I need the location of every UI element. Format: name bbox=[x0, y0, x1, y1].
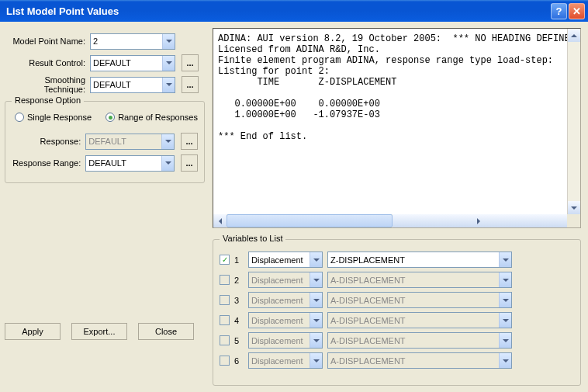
chevron-down-icon bbox=[499, 293, 511, 307]
chevron-down-icon[interactable] bbox=[162, 78, 175, 92]
chevron-down-icon bbox=[310, 272, 322, 287]
variable-name-combo: A-DISPLACEMENT bbox=[327, 352, 512, 369]
radio-icon bbox=[15, 113, 24, 122]
chevron-down-icon[interactable] bbox=[499, 252, 511, 267]
close-window-button[interactable]: ✕ bbox=[569, 3, 585, 19]
variable-index: 3 bbox=[234, 296, 244, 305]
variable-row: 5DisplacementA-DISPLACEMENT bbox=[220, 332, 574, 349]
scroll-right-icon[interactable] bbox=[393, 214, 566, 227]
response-label: Response: bbox=[12, 137, 85, 146]
model-point-name-combo[interactable]: 2 bbox=[90, 33, 175, 50]
response-range-label: Response Range: bbox=[12, 158, 85, 168]
response-browse-button[interactable]: ... bbox=[181, 133, 198, 150]
title-bar: List Model Point Values ? ✕ bbox=[0, 0, 588, 22]
model-point-name-label: Model Point Name: bbox=[5, 36, 90, 46]
variable-category-combo: Displacement bbox=[248, 332, 323, 349]
variable-name-combo: A-DISPLACEMENT bbox=[327, 272, 512, 288]
close-button[interactable]: Close bbox=[138, 323, 194, 340]
variable-row: 2DisplacementA-DISPLACEMENT bbox=[220, 272, 574, 288]
variable-index: 6 bbox=[234, 356, 244, 366]
scroll-down-icon[interactable] bbox=[568, 201, 580, 214]
variables-to-list-legend: Variables to List bbox=[220, 234, 285, 243]
chevron-down-icon bbox=[310, 333, 322, 348]
scroll-up-icon[interactable] bbox=[568, 29, 580, 42]
chevron-down-icon[interactable] bbox=[310, 252, 322, 267]
chevron-down-icon[interactable] bbox=[162, 56, 175, 71]
result-control-browse-button[interactable]: ... bbox=[182, 54, 199, 71]
chevron-down-icon bbox=[310, 353, 322, 368]
variable-name-combo[interactable]: Z-DISPLACEMENT bbox=[327, 252, 512, 268]
export-button[interactable]: Export... bbox=[71, 323, 127, 340]
variable-row: 6DisplacementA-DISPLACEMENT bbox=[220, 352, 574, 369]
chevron-down-icon bbox=[310, 313, 322, 328]
variable-name-combo: A-DISPLACEMENT bbox=[327, 292, 512, 308]
variable-checkbox[interactable] bbox=[220, 356, 230, 366]
window-title: List Model Point Values bbox=[6, 5, 549, 17]
single-response-radio[interactable]: Single Response bbox=[15, 113, 92, 122]
variable-category-combo: Displacement bbox=[248, 312, 323, 328]
smoothing-technique-combo[interactable]: DEFAULT bbox=[90, 77, 175, 93]
response-combo: DEFAULT bbox=[85, 134, 175, 150]
variable-row: 4DisplacementA-DISPLACEMENT bbox=[220, 312, 574, 328]
chevron-down-icon bbox=[310, 293, 322, 307]
response-range-combo[interactable]: DEFAULT bbox=[85, 155, 175, 172]
variable-checkbox[interactable] bbox=[220, 335, 230, 345]
smoothing-technique-label: Smoothing Technique: bbox=[5, 75, 90, 94]
horizontal-scrollbar[interactable] bbox=[227, 214, 393, 227]
variables-to-list-group: Variables to List ✓1DisplacementZ-DISPLA… bbox=[213, 239, 581, 386]
variable-category-combo: Displacement bbox=[248, 272, 323, 288]
variable-name-combo: A-DISPLACEMENT bbox=[327, 312, 512, 328]
chevron-down-icon[interactable] bbox=[161, 156, 174, 171]
radio-icon bbox=[105, 113, 115, 122]
output-text: ADINA: AUI version 8.2, 19 October 2005:… bbox=[213, 29, 580, 214]
output-panel: ADINA: AUI version 8.2, 19 October 2005:… bbox=[213, 28, 581, 228]
variable-checkbox[interactable] bbox=[220, 315, 230, 325]
response-option-group: Response Option Single Response Range of… bbox=[5, 101, 205, 183]
variable-checkbox[interactable] bbox=[220, 275, 230, 285]
apply-button[interactable]: Apply bbox=[5, 323, 61, 340]
variable-category-combo: Displacement bbox=[248, 352, 323, 369]
variable-checkbox[interactable] bbox=[220, 295, 230, 305]
chevron-down-icon bbox=[499, 313, 511, 328]
variable-category-combo[interactable]: Displacement bbox=[248, 252, 323, 268]
range-of-responses-radio[interactable]: Range of Responses bbox=[105, 113, 198, 122]
scroll-corner bbox=[567, 214, 580, 227]
chevron-down-icon bbox=[161, 134, 174, 149]
chevron-down-icon bbox=[499, 272, 511, 287]
smoothing-technique-browse-button[interactable]: ... bbox=[182, 76, 199, 93]
variable-index: 4 bbox=[234, 316, 244, 325]
scroll-left-icon[interactable] bbox=[213, 214, 227, 227]
help-button[interactable]: ? bbox=[551, 3, 567, 19]
result-control-combo[interactable]: DEFAULT bbox=[90, 55, 175, 71]
variable-index: 5 bbox=[234, 336, 244, 345]
chevron-down-icon bbox=[499, 353, 511, 368]
response-option-legend: Response Option bbox=[12, 95, 84, 105]
chevron-down-icon bbox=[499, 333, 511, 348]
response-range-browse-button[interactable]: ... bbox=[181, 154, 198, 172]
variable-category-combo: Displacement bbox=[248, 292, 323, 308]
variable-name-combo: A-DISPLACEMENT bbox=[327, 332, 512, 349]
vertical-scrollbar[interactable] bbox=[567, 29, 580, 214]
variable-row: 3DisplacementA-DISPLACEMENT bbox=[220, 292, 574, 308]
variable-index: 1 bbox=[234, 255, 244, 265]
variable-row: ✓1DisplacementZ-DISPLACEMENT bbox=[220, 252, 574, 268]
chevron-down-icon[interactable] bbox=[162, 34, 175, 49]
variable-index: 2 bbox=[234, 276, 244, 285]
result-control-label: Result Control: bbox=[5, 58, 90, 68]
variable-checkbox[interactable]: ✓ bbox=[220, 255, 230, 265]
